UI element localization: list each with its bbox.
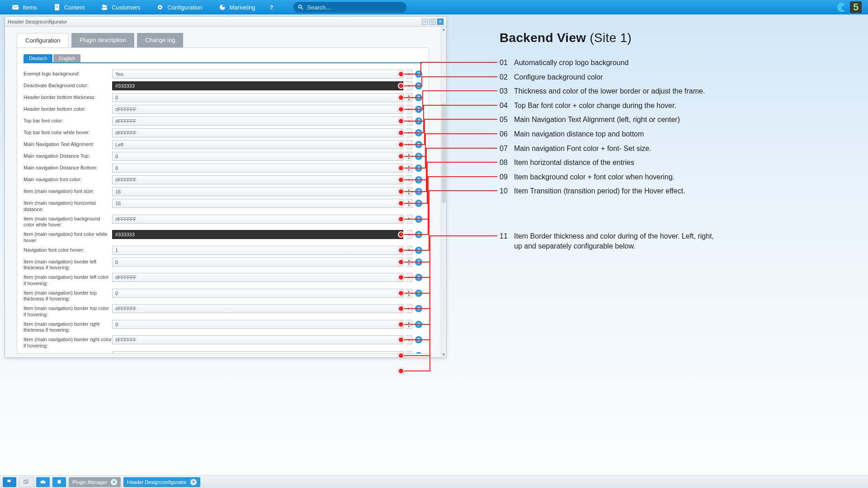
spinner-buttons[interactable]: ▲▼ — [406, 93, 412, 102]
tab-plugin-description[interactable]: Plugin description — [71, 33, 134, 47]
task-plugin-manager[interactable]: Plugin Manager✕ — [69, 477, 121, 487]
taskbar-windows-button[interactable] — [19, 477, 33, 487]
help-icon[interactable]: ? — [415, 200, 422, 207]
spinner-buttons[interactable]: ▲▼ — [406, 164, 412, 173]
field-label: Main Navigation Text Alignment: — [24, 140, 112, 148]
help-icon[interactable]: ? — [415, 231, 422, 238]
field-input[interactable]: #FFFFFF — [112, 304, 403, 313]
help-icon[interactable]: ? — [415, 258, 422, 266]
dropdown-trigger[interactable]: ▼ — [406, 230, 412, 239]
field-input[interactable]: #FFFFFF — [112, 273, 403, 282]
field-input[interactable]: #FFFFFF — [112, 105, 403, 114]
close-icon[interactable]: ✕ — [111, 479, 117, 485]
help-icon[interactable]: ? — [415, 290, 422, 297]
dropdown-trigger[interactable]: ▼ — [406, 70, 412, 79]
nav-customers[interactable]: Customers — [93, 0, 148, 14]
taskbar-cloud-button[interactable] — [36, 477, 50, 487]
dropdown-trigger[interactable]: ▼ — [406, 175, 412, 184]
field-input[interactable]: Left — [112, 140, 403, 149]
help-icon[interactable]: ? — [415, 141, 422, 148]
nav-help[interactable]: ? — [264, 0, 280, 14]
spinner-buttons[interactable]: ▲▼ — [406, 351, 412, 354]
dropdown-trigger[interactable]: ▼ — [406, 81, 412, 90]
field-input[interactable]: 0 — [112, 351, 403, 354]
help-icon[interactable]: ? — [415, 70, 422, 78]
help-icon[interactable]: ? — [415, 274, 422, 281]
dropdown-trigger[interactable]: ▼ — [406, 335, 412, 344]
help-icon[interactable]: ? — [415, 247, 422, 254]
close-icon[interactable]: ✕ — [190, 479, 197, 485]
field-input[interactable]: 16 — [112, 199, 403, 208]
help-icon[interactable]: ? — [415, 321, 422, 328]
help-icon[interactable]: ? — [415, 305, 422, 312]
spinner-buttons[interactable]: ▲▼ — [406, 152, 412, 161]
minimize-button[interactable]: – — [422, 19, 428, 25]
nav-items[interactable]: Items — [4, 0, 45, 14]
nav-marketing[interactable]: Marketing — [211, 0, 264, 14]
tab-configuration[interactable]: Configuration — [17, 33, 69, 47]
search-input[interactable] — [307, 4, 401, 11]
lang-tab-en[interactable]: English — [53, 54, 80, 62]
taskbar-bell-button[interactable] — [52, 477, 66, 487]
field-input[interactable]: #FFFFFF — [112, 215, 403, 224]
field-input[interactable]: 0 — [112, 320, 403, 329]
help-icon[interactable]: ? — [415, 153, 422, 160]
search-box[interactable] — [293, 2, 406, 13]
dropdown-trigger[interactable]: ▼ — [406, 215, 412, 224]
help-icon[interactable]: ? — [415, 216, 422, 223]
field-input[interactable]: #333333 — [112, 230, 403, 239]
nav-configuration[interactable]: Configuration — [148, 0, 210, 14]
field-input[interactable]: #FFFFFF — [112, 128, 403, 137]
tab-change-log[interactable]: Change log — [137, 33, 184, 47]
field-input[interactable]: 0 — [112, 93, 403, 102]
field-input[interactable]: #FFFFFF — [112, 117, 403, 126]
help-icon[interactable]: ? — [415, 117, 422, 125]
help-icon[interactable]: ? — [415, 129, 422, 136]
spinner-buttons[interactable]: ▲▼ — [406, 258, 412, 267]
help-icon[interactable]: ? — [415, 94, 422, 101]
scroll-down-icon[interactable]: ▼ — [441, 352, 446, 357]
spinner-buttons[interactable]: ▲▼ — [406, 320, 412, 329]
dropdown-trigger[interactable]: ▼ — [406, 273, 412, 282]
field-input[interactable]: 0 — [112, 164, 403, 173]
field-input[interactable]: #333333 — [112, 81, 403, 90]
help-icon[interactable]: ? — [415, 188, 422, 195]
vertical-scrollbar[interactable]: ▲ ▼ — [441, 27, 446, 357]
scroll-thumb[interactable] — [442, 103, 446, 203]
field-input[interactable]: 0 — [112, 152, 403, 161]
task-header-designconfigurator[interactable]: Header Designconfigurator✕ — [123, 477, 200, 487]
annotation-text: Item horizontal distance of the entries — [514, 158, 717, 168]
dropdown-trigger[interactable]: ▼ — [406, 304, 412, 313]
dropdown-trigger[interactable]: ▼ — [406, 140, 412, 149]
dropdown-trigger[interactable]: ▼ — [406, 128, 412, 137]
lang-tab-de[interactable]: Deutsch — [24, 54, 52, 62]
help-icon[interactable]: ? — [415, 176, 422, 183]
help-icon[interactable]: ? — [415, 336, 422, 343]
field-input[interactable]: #FFFFFF — [112, 335, 403, 344]
spinner-buttons[interactable]: ▲▼ — [406, 187, 412, 196]
window-titlebar[interactable]: Header Designconfigurator – □ ✕ — [5, 17, 446, 27]
field-input[interactable]: 0 — [112, 289, 403, 298]
field-input[interactable]: #FFFFFF — [112, 175, 403, 184]
users-icon — [101, 4, 108, 11]
field-input[interactable]: 1 — [112, 246, 403, 255]
help-icon[interactable]: ? — [415, 352, 422, 354]
field-input[interactable]: 16 — [112, 187, 403, 196]
annotation-number: 07 — [500, 144, 510, 154]
spinner-buttons[interactable]: ▲▼ — [406, 199, 412, 208]
help-icon[interactable]: ? — [415, 82, 422, 89]
spinner-buttons[interactable]: ▲▼ — [406, 289, 412, 298]
dropdown-trigger[interactable]: ▼ — [406, 117, 412, 126]
taskbar-home-button[interactable] — [3, 477, 16, 487]
field-input[interactable]: 0 — [112, 258, 403, 267]
field-input[interactable]: Yes — [112, 70, 403, 79]
close-button[interactable]: ✕ — [437, 19, 443, 25]
maximize-button[interactable]: □ — [429, 19, 436, 25]
dropdown-trigger[interactable]: ▼ — [406, 246, 412, 255]
help-icon[interactable]: ? — [415, 106, 422, 113]
dropdown-trigger[interactable]: ▼ — [406, 105, 412, 114]
annotation-number: 03 — [500, 86, 510, 96]
help-icon[interactable]: ? — [415, 164, 422, 172]
scroll-up-icon[interactable]: ▲ — [441, 27, 446, 32]
nav-content[interactable]: Content — [45, 0, 93, 14]
